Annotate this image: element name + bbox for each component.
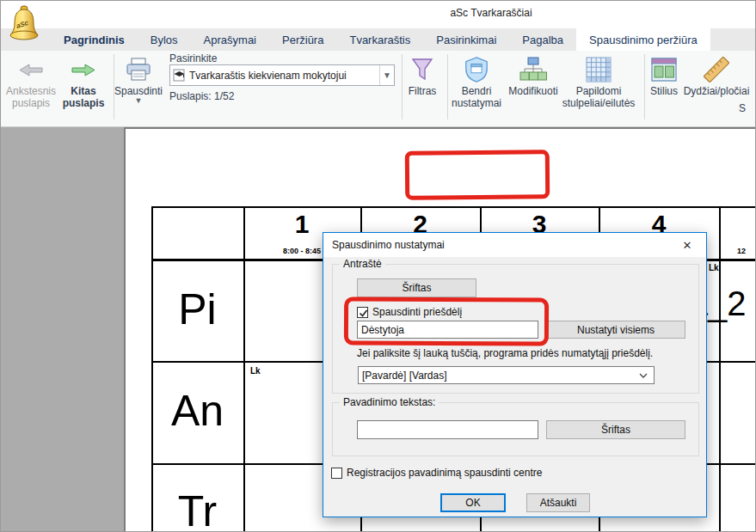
header-font-button[interactable]: Šriftas — [357, 278, 476, 297]
print-button[interactable]: Spausdinti ▼ — [111, 54, 166, 104]
prefix-hint-text: Jei paliksite šį lauką tuščią, programa … — [357, 347, 653, 359]
org-chart-icon — [503, 54, 563, 85]
grid-icon — [556, 54, 642, 85]
title-text-group-label: Pavadinimo tekstas: — [340, 396, 439, 408]
timetable-report-icon — [173, 69, 186, 82]
print-settings-dialog: Spausdinimo nustatymai ✕ Antraštė Šrifta… — [323, 232, 707, 517]
print-dropdown-caret-icon[interactable]: ▼ — [111, 97, 166, 104]
dialog-title-bar[interactable]: Spausdinimo nustatymai ✕ — [323, 233, 706, 257]
set-for-all-button[interactable]: Nustatyti visiems — [546, 321, 685, 339]
header-group-label: Antraštė — [340, 258, 385, 270]
chevron-down-icon — [639, 373, 648, 378]
title-bar: aSc Tvarkaraščiai — [1, 1, 756, 28]
style-window-icon — [642, 54, 685, 85]
grid-line — [719, 206, 721, 532]
close-icon[interactable]: ✕ — [668, 233, 706, 257]
previous-page-button[interactable]: Ankstesnispuslapis — [3, 54, 59, 109]
tab-spausdinimo-perziura[interactable]: Spausdinimo peržiūra — [576, 28, 710, 51]
day-label-an: An — [151, 386, 243, 436]
tab-aprasymai[interactable]: Aprašymai — [191, 28, 269, 51]
tab-perziura[interactable]: Peržiūra — [269, 28, 336, 51]
tab-pasirinkimai[interactable]: Pasirinkimai — [423, 28, 509, 51]
name-format-combobox[interactable]: [Pavardė] [Vardas] — [358, 366, 655, 384]
filter-funnel-icon — [400, 54, 445, 85]
style-button[interactable]: Stilius — [642, 54, 685, 97]
next-page-button[interactable]: Kitaspuslapis — [56, 54, 111, 109]
clipped-ribbon-label: S — [739, 102, 746, 114]
ok-button[interactable]: OK — [440, 493, 506, 512]
title-font-button[interactable]: Šriftas — [546, 420, 685, 439]
title-text-input[interactable] — [357, 420, 538, 439]
annotation-box-title — [405, 150, 550, 199]
day-label-pi: Pi — [151, 284, 243, 334]
ribbon-tab-strip: Pagrindinis Bylos Aprašymai Peržiūra Tva… — [1, 28, 756, 51]
extra-columns-rows-button[interactable]: Papildomistulpeliai/eilutės — [556, 54, 642, 109]
general-settings-button[interactable]: Bendrinustatymai — [446, 54, 507, 109]
select-caption: Pasirinkite — [169, 52, 217, 64]
tab-tvarkarastis[interactable]: Tvarkaraštis — [336, 28, 423, 51]
tab-pagrindinis[interactable]: Pagrindinis — [51, 28, 138, 51]
ribbon: Ankstesnispuslapis Kitaspuslapis Spausdi… — [1, 51, 756, 127]
name-format-value: [Pavardė] [Vardas] — [362, 370, 447, 382]
report-type-value: Tvarkaraštis kiekvienam mokytojui — [186, 70, 379, 82]
shield-icon — [446, 54, 507, 85]
day-label-tr: Tr — [151, 486, 243, 532]
modify-button[interactable]: Modifikuoti — [503, 54, 563, 97]
combo-dropdown-icon[interactable]: ▼ — [379, 65, 394, 85]
center-title-checkbox[interactable] — [331, 468, 342, 479]
tab-bylos[interactable]: Bylos — [138, 28, 191, 51]
arrow-left-icon — [3, 54, 59, 85]
window-title: aSc Tvarkaraščiai — [362, 7, 620, 19]
app-window: aSc Tvarkaraščiai aSc Pagrindinis Bylos … — [0, 0, 756, 532]
arrow-right-icon — [56, 54, 111, 85]
ruler-icon — [682, 54, 751, 85]
grid-line — [151, 206, 153, 532]
period-time-5-partial: 12 — [737, 247, 746, 255]
cancel-button[interactable]: Atšaukti — [526, 493, 590, 512]
dialog-title: Spausdinimo nustatymai — [332, 239, 445, 251]
asc-bell-logo-icon: aSc — [8, 4, 42, 47]
center-title-label: Registracijos pavadinimą spausdinti cent… — [347, 467, 542, 479]
report-type-combobox[interactable]: Tvarkaraštis kiekvienam mokytojui ▼ — [169, 64, 395, 86]
filter-button[interactable]: Filtras — [400, 54, 445, 97]
lesson-code-lk: Lk — [709, 263, 719, 272]
tab-pagalba[interactable]: Pagalba — [509, 28, 576, 51]
annotation-box-prefix — [344, 297, 549, 345]
sizes-widths-button[interactable]: Dydžiai/pločiai — [682, 54, 751, 97]
page-counter: Puslapis: 1/52 — [169, 90, 234, 102]
lesson-code-lk: Lk — [250, 366, 261, 376]
grid-line — [151, 206, 756, 208]
printer-icon — [111, 54, 166, 85]
